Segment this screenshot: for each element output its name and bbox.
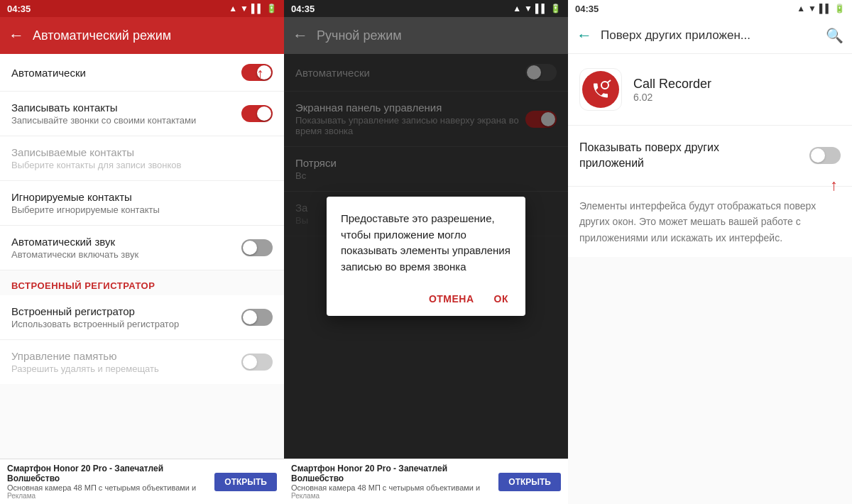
- signal-bars-icon: ▌▌: [251, 4, 263, 13]
- dialog-cancel-button[interactable]: ОТМЕНА: [426, 289, 477, 309]
- toggle-knob-p: [811, 148, 825, 163]
- signal-icon-2: ▲: [513, 4, 521, 13]
- setting-row-auto-sound[interactable]: Автоматический звук Автоматически включа…: [0, 226, 284, 270]
- status-bar-3: 04:35 ▲ ▼ ▌▌ 🔋: [568, 0, 852, 17]
- permission-row[interactable]: Показывать поверх других приложений: [568, 126, 852, 187]
- dialog-actions: ОТМЕНА ОК: [341, 289, 511, 309]
- recorded-contacts-subtitle: Выберите контакты для записи звонков: [11, 160, 273, 170]
- ignore-contacts-title: Игнорируемые контакты: [11, 191, 273, 203]
- setting-row-memory[interactable]: Управление памятью Разрешить удалять и п…: [0, 340, 284, 384]
- status-time-2: 04:35: [291, 4, 315, 14]
- toolbar-title-3: Поверх других приложен...: [601, 28, 817, 43]
- ad-label-1: Реклама: [7, 492, 209, 500]
- ignore-contacts-subtitle: Выберите игнорируемые контакты: [11, 204, 273, 215]
- status-bar-1: 04:35 ▲ ▼ ▌▌ 🔋: [0, 0, 284, 17]
- back-button-1[interactable]: ←: [9, 26, 24, 45]
- setting-row-auto[interactable]: Автоматически: [0, 54, 284, 92]
- recorded-contacts-title: Записываемые контакты: [11, 146, 273, 158]
- signal-bars-icon-2: ▌▌: [535, 4, 547, 13]
- signal-icon-3: ▲: [797, 4, 805, 13]
- battery-icon: 🔋: [266, 4, 277, 13]
- setting-row-ignore-contacts[interactable]: Игнорируемые контакты Выберите игнорируе…: [0, 181, 284, 226]
- ad-banner-2: Смартфон Honor 20 Pro - Запечатлей Волше…: [284, 459, 568, 504]
- ad-subtitle-2: Основная камера 48 МП с четырьмя объекти…: [291, 483, 493, 492]
- toggle-knob-4: [243, 310, 257, 324]
- ad-title-2: Смартфон Honor 20 Pro - Запечатлей Волше…: [291, 464, 493, 483]
- ad-label-2: Реклама: [291, 492, 493, 500]
- wifi-icon-3: ▼: [808, 4, 816, 13]
- wifi-icon: ▼: [240, 4, 248, 13]
- panel-overlay-permission: 04:35 ▲ ▼ ▌▌ 🔋 ← Поверх других приложен.…: [568, 0, 852, 504]
- app-info-row: Call Recorder 6.02: [568, 54, 852, 126]
- auto-sound-subtitle: Автоматически включать звук: [11, 249, 241, 260]
- toggle-knob: [257, 65, 271, 80]
- ad-title-1: Смартфон Honor 20 Pro - Запечатлей Волше…: [7, 464, 209, 483]
- record-contacts-toggle[interactable]: [241, 105, 273, 122]
- dialog-overlay: Предоставьте это разрешение, чтобы прило…: [284, 54, 568, 459]
- toggle-knob-2: [257, 106, 271, 121]
- app-name: Call Recorder: [633, 77, 711, 92]
- dialog-box: Предоставьте это разрешение, чтобы прило…: [327, 197, 525, 316]
- toolbar-title-1: Автоматический режим: [33, 28, 275, 43]
- setting-row-builtin[interactable]: Встроенный регистратор Использовать встр…: [0, 295, 284, 340]
- permission-title: Показывать поверх других приложений: [579, 140, 764, 172]
- toggle-knob-3: [243, 241, 257, 255]
- status-time-1: 04:35: [7, 4, 31, 14]
- signal-icon: ▲: [229, 4, 237, 13]
- battery-icon-2: 🔋: [550, 4, 561, 13]
- search-icon-button[interactable]: 🔍: [826, 27, 843, 44]
- svg-point-0: [582, 71, 619, 108]
- toggle-knob-5: [243, 355, 257, 369]
- app-icon: [579, 68, 622, 111]
- memory-subtitle: Разрешить удалять и перемещать: [11, 363, 241, 374]
- description-block: Элементы интерфейса будут отображаться п…: [568, 187, 852, 257]
- panel-automatic-mode: 04:35 ▲ ▼ ▌▌ 🔋 ← Автоматический режим Ав…: [0, 0, 284, 504]
- toolbar-3: ← Поверх других приложен... 🔍: [568, 17, 852, 54]
- status-bar-2: 04:35 ▲ ▼ ▌▌ 🔋: [284, 0, 568, 17]
- ad-open-button-2[interactable]: ОТКРЫТЬ: [498, 473, 561, 491]
- status-icons-3: ▲ ▼ ▌▌ 🔋: [797, 4, 845, 13]
- auto-sound-toggle[interactable]: [241, 239, 273, 256]
- builtin-toggle[interactable]: [241, 309, 273, 326]
- memory-title: Управление памятью: [11, 350, 241, 362]
- ad-subtitle-1: Основная камера 48 МП с четырьмя объекти…: [7, 483, 209, 492]
- toolbar-1: ← Автоматический режим: [0, 17, 284, 54]
- section-header-builtin: ВСТРОЕННЫЙ РЕГИСТРАТОР: [0, 270, 284, 295]
- permission-toggle[interactable]: [809, 147, 841, 164]
- setting-row-record-contacts[interactable]: Записывать контакты Записывайте звонки с…: [0, 92, 284, 136]
- description-text: Элементы интерфейса будут отображаться п…: [579, 198, 841, 246]
- builtin-title: Встроенный регистратор: [11, 305, 241, 317]
- panel1-content: Автоматически ↑ Записывать контакты Запи…: [0, 54, 284, 459]
- auto-sound-title: Автоматический звук: [11, 236, 241, 248]
- panel3-content: Call Recorder 6.02 Показывать поверх дру…: [568, 54, 852, 504]
- dialog-message: Предоставьте это разрешение, чтобы прило…: [341, 211, 511, 275]
- status-icons-2: ▲ ▼ ▌▌ 🔋: [513, 4, 561, 13]
- toolbar-2: ← Ручной режим: [284, 17, 568, 54]
- signal-bars-icon-3: ▌▌: [819, 4, 831, 13]
- record-contacts-subtitle: Записывайте звонки со своими контактами: [11, 115, 241, 126]
- ad-open-button-1[interactable]: ОТКРЫТЬ: [214, 473, 277, 491]
- status-icons-1: ▲ ▼ ▌▌ 🔋: [229, 4, 277, 13]
- ad-banner-1: Смартфон Honor 20 Pro - Запечатлей Волше…: [0, 459, 284, 504]
- call-recorder-svg: [582, 71, 619, 108]
- battery-icon-3: 🔋: [834, 4, 845, 13]
- back-button-3[interactable]: ←: [577, 26, 592, 45]
- app-version: 6.02: [633, 92, 711, 103]
- wifi-icon-2: ▼: [524, 4, 532, 13]
- back-button-2[interactable]: ←: [293, 26, 308, 45]
- panel-manual-mode: 04:35 ▲ ▼ ▌▌ 🔋 ← Ручной режим Автоматиче…: [284, 0, 568, 504]
- toolbar-title-2: Ручной режим: [317, 28, 559, 43]
- auto-title: Автоматически: [11, 67, 241, 79]
- auto-toggle[interactable]: [241, 64, 273, 81]
- builtin-subtitle: Использовать встроенный регистратор: [11, 319, 241, 329]
- panel2-content: Автоматически Экранная панель управления…: [284, 54, 568, 459]
- status-time-3: 04:35: [575, 4, 599, 14]
- memory-toggle[interactable]: [241, 354, 273, 371]
- dialog-ok-button[interactable]: ОК: [491, 289, 511, 309]
- setting-row-recorded-contacts: Записываемые контакты Выберите контакты …: [0, 136, 284, 181]
- record-contacts-title: Записывать контакты: [11, 102, 241, 114]
